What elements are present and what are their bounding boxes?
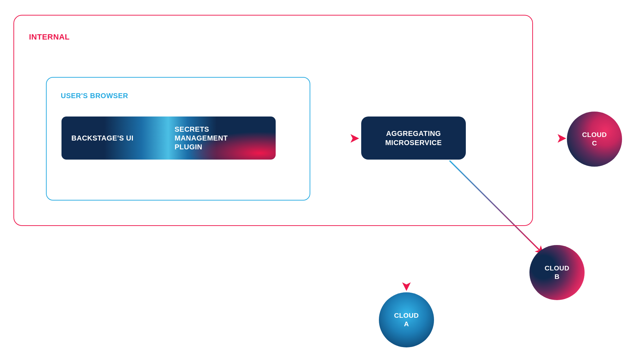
backstage-ui-label: BACKSTAGE'S UI	[71, 134, 134, 142]
cloud-a: CLOUD A	[379, 292, 434, 347]
cloud-c-label: CLOUD C	[582, 131, 607, 148]
backstage-ui-box: BACKSTAGE'S UI	[61, 117, 168, 160]
cloud-a-label: CLOUD A	[394, 311, 419, 328]
browser-label: USER'S BROWSER	[61, 92, 128, 100]
secrets-plugin-box: SECRETS MANAGEMENT PLUGIN	[168, 117, 276, 160]
internal-label: INTERNAL	[29, 32, 70, 42]
diagram-canvas: INTERNAL USER'S BROWSER BACKSTAGE'S UI S…	[0, 0, 639, 364]
cloud-b-label: CLOUD B	[545, 264, 569, 281]
cloud-b: CLOUD B	[529, 245, 585, 300]
cloud-c: CLOUD C	[567, 112, 622, 167]
aggregating-microservice-label: AGGREGATING MICROSERVICE	[385, 129, 442, 147]
secrets-plugin-label: SECRETS MANAGEMENT PLUGIN	[175, 125, 228, 151]
aggregating-microservice-box: AGGREGATING MICROSERVICE	[361, 117, 466, 160]
